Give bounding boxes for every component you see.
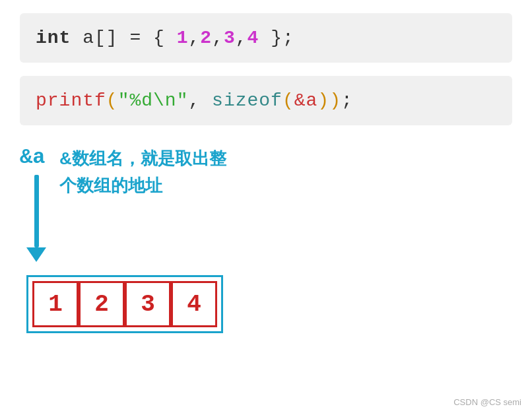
num-1: 1 bbox=[177, 28, 189, 48]
desc-line2: 个数组的地址 bbox=[59, 176, 162, 195]
watermark: CSDN @CS semi bbox=[453, 397, 521, 407]
comma: , bbox=[236, 28, 248, 48]
page-content: int a[] = { 1,2,3,4 }; printf("%d\n", si… bbox=[0, 0, 532, 346]
array-section: 1 2 3 4 bbox=[26, 275, 512, 333]
array-cell-2: 2 bbox=[79, 281, 125, 327]
paren2: ( bbox=[283, 90, 294, 111]
keyword-printf: printf bbox=[36, 90, 106, 111]
string-format: "%d\n" bbox=[118, 90, 189, 111]
arrow-shaft bbox=[34, 175, 39, 247]
paren4: ) bbox=[329, 90, 341, 111]
array-cell-4: 4 bbox=[171, 281, 217, 327]
num-3: 3 bbox=[224, 28, 236, 48]
array-cell-1: 1 bbox=[32, 281, 79, 327]
arrow-tip bbox=[26, 247, 46, 262]
array-cell-3: 3 bbox=[125, 281, 171, 327]
keyword-int: int bbox=[36, 28, 71, 48]
paren-open: ( bbox=[106, 90, 118, 111]
desc-text: &数组名，就是取出整 个数组的地址 bbox=[59, 145, 226, 199]
code-text: [] bbox=[94, 28, 118, 48]
code-equals: = { bbox=[129, 28, 164, 48]
num-4: 4 bbox=[248, 28, 259, 48]
keyword-sizeof: sizeof bbox=[212, 90, 283, 111]
addr-a: &a bbox=[294, 90, 318, 111]
num-2: 2 bbox=[200, 28, 212, 48]
code-block-1: int a[] = { 1,2,3,4 }; bbox=[20, 13, 512, 63]
comma: , bbox=[189, 28, 201, 48]
right-col: &数组名，就是取出整 个数组的地址 bbox=[59, 145, 226, 199]
desc-line1: &数组名，就是取出整 bbox=[59, 148, 226, 168]
code-text: a bbox=[83, 28, 94, 48]
paren3: ) bbox=[317, 90, 329, 111]
left-col: &a bbox=[20, 145, 46, 262]
code-block-2: printf("%d\n", sizeof(&a)); bbox=[20, 76, 512, 125]
comma: , bbox=[212, 28, 224, 48]
comma2: , bbox=[188, 90, 212, 111]
annotation-row: &a &数组名，就是取出整 个数组的地址 bbox=[20, 145, 512, 262]
arrow-down bbox=[26, 175, 46, 262]
amp-a-label: &a bbox=[20, 145, 45, 170]
array-outer: 1 2 3 4 bbox=[26, 275, 223, 333]
close-brace: }; bbox=[271, 28, 294, 48]
semicolon: ; bbox=[341, 90, 353, 111]
